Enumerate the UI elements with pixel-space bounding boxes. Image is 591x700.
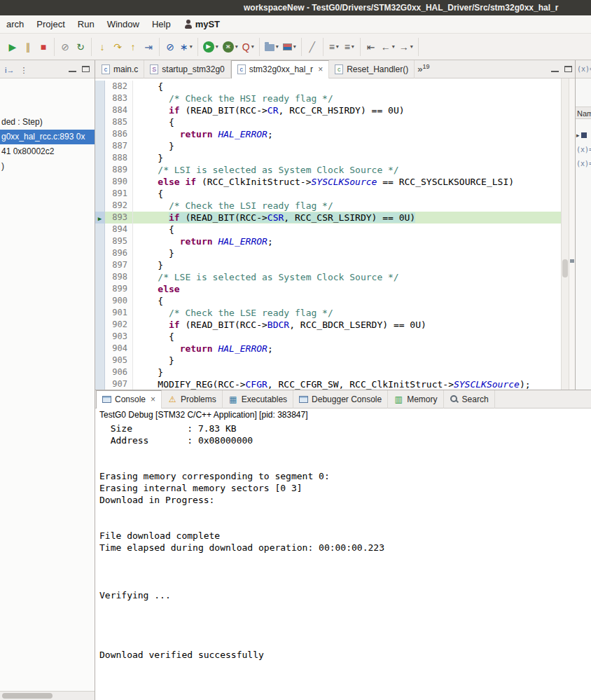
code-line[interactable]: 905 } (95, 355, 561, 366)
back-icon[interactable]: ←▾ (380, 39, 396, 55)
menu-project[interactable]: Project (30, 19, 71, 29)
terminate-icon[interactable]: ■ (36, 39, 50, 55)
menu-arch[interactable]: arch (0, 19, 30, 29)
maximize-view-icon[interactable] (82, 66, 90, 72)
variables-row[interactable]: ▸ (576, 128, 591, 142)
stack-frame-row[interactable]: 41 0x80002c2 (0, 144, 95, 159)
code-line[interactable]: 885 { (95, 116, 561, 128)
code-line[interactable]: 895 return HAL_ERROR; (95, 235, 561, 247)
step-into-icon[interactable]: ↓ (95, 39, 109, 55)
code-line[interactable]: 894 { (95, 224, 561, 235)
code-token: } (136, 141, 174, 151)
tab-problems[interactable]: ⚠Problems (162, 390, 223, 409)
coverage-icon[interactable]: Q▾ (241, 39, 256, 55)
tree-expander-icon[interactable]: ▸ (576, 132, 580, 139)
file-icon: c (335, 64, 343, 74)
code-line[interactable]: 897 } (95, 259, 561, 271)
tab-search[interactable]: Search (444, 390, 495, 409)
code-line[interactable]: 898 /* LSE is selected as System Clock S… (95, 271, 561, 283)
code-line[interactable]: 882 { (95, 81, 561, 92)
disconnect-icon[interactable]: ⊘ (58, 39, 72, 55)
debug-icon[interactable]: ж▾ (221, 39, 239, 55)
code-line[interactable]: 891 { (95, 188, 561, 200)
new-breakpoint-icon[interactable]: ∗▾ (179, 39, 194, 55)
run-icon[interactable]: ▶▾ (202, 39, 220, 55)
stack-frame-row[interactable]: ) (0, 159, 95, 174)
console-output[interactable]: Size : 7.83 KB Address : 0x08000000Erasi… (95, 421, 591, 700)
vertical-scrollbar-thumb[interactable] (562, 259, 568, 277)
close-icon[interactable]: × (318, 64, 323, 74)
code-line[interactable]: 888 } (95, 152, 561, 164)
tab-overflow-button[interactable]: »19 (417, 63, 429, 74)
code-line[interactable]: 903 { (95, 331, 561, 343)
code-line[interactable]: 904 return HAL_ERROR; (95, 343, 561, 355)
code-token (136, 200, 169, 211)
instruction-stepping-icon[interactable]: ⇥ (141, 39, 155, 55)
suspend-icon[interactable]: ∥ (21, 39, 35, 55)
step-into-frame-icon[interactable]: i→ (2, 66, 17, 74)
code-editor[interactable]: 882 {883 /* Check the HSI ready flag */8… (95, 78, 575, 390)
code-line[interactable]: 883 /* Check the HSI ready flag */ (95, 92, 561, 104)
tab-variables[interactable]: (x)= V (576, 60, 591, 78)
scrollbar-thumb[interactable] (2, 693, 53, 699)
tab-memory[interactable]: ▥Memory (388, 390, 443, 409)
editor-tab-main-c[interactable]: cmain.c (96, 60, 144, 78)
view-menu-icon[interactable]: ⋮ (17, 66, 30, 74)
code-line[interactable]: 886 return HAL_ERROR; (95, 128, 561, 140)
code-token: ; (267, 236, 273, 247)
variables-row[interactable]: (x)= (576, 142, 591, 156)
forward-icon[interactable]: →▾ (398, 39, 415, 55)
code-line[interactable]: 900 { (95, 295, 561, 307)
code-token: ; (267, 129, 273, 139)
titlebar[interactable]: workspaceNew - TestG0/Drivers/STM32G0xx_… (0, 0, 591, 15)
code-line[interactable]: 887 } (95, 140, 561, 152)
menu-help[interactable]: Help (146, 19, 177, 29)
step-return-icon[interactable]: ↑ (126, 39, 140, 55)
code-token: HAL_ERROR (218, 236, 267, 247)
horizontal-scrollbar[interactable] (0, 691, 95, 700)
variables-name-column-header[interactable]: Nam (576, 107, 591, 119)
menu-window[interactable]: Window (101, 19, 146, 29)
overview-ruler-mark[interactable] (570, 259, 574, 263)
code-line[interactable]: 902 if (READ_BIT(RCC->BDCR, RCC_BDCR_LSE… (95, 319, 561, 331)
skip-breakpoints-icon[interactable]: ⊘ (163, 39, 177, 55)
minimize-view-icon[interactable] (69, 67, 76, 72)
tab-debugger-console[interactable]: Debugger Console (293, 390, 388, 409)
restart-icon[interactable]: ↻ (74, 39, 88, 55)
code-line[interactable]: 890 else if (RCC_ClkInitStruct->SYSCLKSo… (95, 176, 561, 188)
minimize-editor-icon[interactable] (551, 67, 559, 72)
menu-run[interactable]: Run (71, 19, 101, 29)
maximize-editor-icon[interactable] (564, 66, 572, 72)
code-line[interactable]: ▶893 if (READ_BIT(RCC->CSR, RCC_CSR_LSIR… (95, 212, 561, 224)
code-line[interactable]: 901 /* Check the LSE ready flag */ (95, 307, 561, 319)
step-over-icon[interactable]: ↷ (111, 39, 125, 55)
line-number: 897 (105, 259, 133, 271)
code-line[interactable]: 884 if (READ_BIT(RCC->CR, RCC_CR_HSIRDY)… (95, 104, 561, 116)
stack-frame-row[interactable]: ded : Step) (0, 115, 95, 130)
vertical-scrollbar[interactable] (561, 78, 569, 390)
pencil-icon[interactable]: ╱ (305, 39, 319, 55)
code-line[interactable]: 896 } (95, 247, 561, 259)
overview-ruler[interactable] (569, 78, 575, 390)
resume-icon[interactable]: ▶ (6, 39, 20, 55)
variables-row[interactable]: (x)= (576, 156, 591, 170)
editor-tab-stm32g0xx-hal-r[interactable]: cstm32g0xx_hal_r× (231, 60, 329, 78)
previous-annotation-icon[interactable]: ≡▾ (342, 39, 356, 55)
next-annotation-icon[interactable]: ≡▾ (327, 39, 341, 55)
line-number: 900 (105, 295, 133, 307)
editor-tab-reset-handler-[interactable]: cReset_Handler() (329, 60, 415, 78)
code-line[interactable]: 889 /* LSI is selected as System Clock S… (95, 164, 561, 176)
tab-executables[interactable]: ▦Executables (223, 390, 293, 409)
tab-console[interactable]: Console× (96, 390, 162, 409)
editor-tab-startup-stm32g0[interactable]: Sstartup_stm32g0 (144, 60, 230, 78)
close-icon[interactable]: × (151, 394, 155, 404)
account-button[interactable]: myST (184, 19, 220, 29)
code-line[interactable]: 892 /* Check the LSI ready flag */ (95, 200, 561, 212)
code-line[interactable]: 906 } (95, 366, 561, 378)
last-edit-location-icon[interactable]: ⇤ (364, 39, 378, 55)
external-tools-icon[interactable]: ▾ (263, 39, 280, 55)
stack-frame-row[interactable]: g0xx_hal_rcc.c:893 0x (0, 130, 95, 144)
code-line[interactable]: 899 else (95, 283, 561, 295)
code-line[interactable]: 907 MODIFY_REG(RCC->CFGR, RCC_CFGR_SW, R… (95, 378, 561, 390)
paint-icon[interactable]: ▾ (281, 39, 298, 55)
